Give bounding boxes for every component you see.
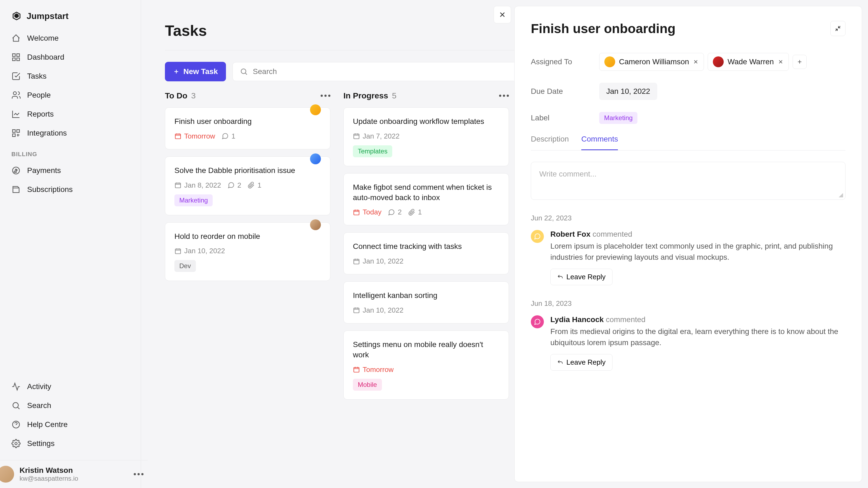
sidebar-item-search[interactable]: Search	[7, 396, 134, 415]
svg-rect-20	[354, 367, 359, 372]
task-tag: Templates	[353, 145, 392, 157]
assignee-avatar	[604, 56, 615, 67]
logo-icon	[11, 11, 22, 21]
task-card-title: Finish user onboarding	[175, 116, 321, 127]
brand: Jumpstart	[0, 0, 141, 29]
task-card-title: Solve the Dabble prioritisation issue	[175, 165, 321, 176]
svg-point-4	[13, 92, 16, 95]
assignee-chip[interactable]: Cameron Williamson	[599, 53, 704, 71]
task-tag: Mobile	[353, 379, 382, 391]
sidebar-item-welcome[interactable]: Welcome	[7, 29, 134, 48]
svg-rect-17	[354, 210, 359, 215]
svg-rect-19	[354, 308, 359, 313]
sidebar-item-label: People	[27, 91, 51, 99]
due-date-chip[interactable]: Jan 10, 2022	[599, 83, 657, 100]
nav-main: Welcome Dashboard Tasks People Reports I…	[0, 29, 141, 142]
svg-rect-14	[175, 183, 181, 188]
tab-description[interactable]: Description	[531, 135, 569, 150]
comment-author: Robert Fox commented	[550, 230, 845, 238]
brand-name: Jumpstart	[27, 11, 69, 21]
assigned-row: Assigned To Cameron Williamson Wade Warr…	[531, 47, 845, 77]
reports-icon	[11, 109, 21, 119]
sidebar-item-subscriptions[interactable]: Subscriptions	[7, 180, 134, 199]
task-comments: 2	[227, 181, 241, 190]
comment-message: From its medieval origins to the digital…	[550, 326, 845, 348]
sidebar-item-label: Subscriptions	[27, 185, 73, 194]
payments-icon	[11, 166, 21, 175]
svg-rect-3	[17, 58, 20, 61]
dashboard-icon	[11, 53, 21, 62]
sidebar-item-label: Integrations	[27, 129, 67, 137]
help-centre-icon	[11, 420, 21, 429]
sidebar-item-tasks[interactable]: Tasks	[7, 67, 134, 86]
label-chip[interactable]: Marketing	[599, 112, 638, 124]
task-tag: Dev	[175, 260, 196, 272]
column-title: In Progress	[343, 91, 388, 100]
user-name: Kristin Watson	[20, 466, 128, 475]
sidebar-item-help-centre[interactable]: Help Centre	[7, 415, 134, 434]
task-card[interactable]: Connect time tracking with tasks Jan 10,…	[343, 232, 509, 274]
svg-rect-0	[12, 54, 15, 56]
reply-icon	[557, 274, 563, 280]
sidebar-item-payments[interactable]: Payments	[7, 161, 134, 180]
comment-icon	[222, 133, 229, 140]
task-date: Today	[353, 208, 381, 216]
svg-rect-1	[17, 54, 20, 56]
sidebar-item-activity[interactable]: Activity	[7, 377, 134, 396]
sidebar-item-label: Dashboard	[27, 53, 64, 62]
task-card[interactable]: Solve the Dabble prioritisation issue Ja…	[165, 156, 330, 215]
comment-author: Lydia Hancock commented	[550, 315, 845, 324]
calendar-icon	[353, 306, 360, 314]
task-tag: Marketing	[175, 194, 213, 206]
sidebar-item-label: Settings	[27, 439, 55, 448]
comment-input[interactable]: Write comment...	[531, 162, 845, 200]
sidebar-item-people[interactable]: People	[7, 86, 134, 105]
task-card[interactable]: Intelligent kanban sorting Jan 10, 2022	[343, 282, 509, 323]
svg-rect-16	[354, 134, 359, 139]
task-card-title: Make figbot send comment when ticket is …	[353, 182, 499, 203]
task-date: Jan 10, 2022	[353, 306, 403, 315]
sidebar-item-reports[interactable]: Reports	[7, 105, 134, 124]
assignee-chip[interactable]: Wade Warren	[708, 53, 789, 71]
task-attachments: 1	[408, 208, 422, 216]
task-card[interactable]: Update onboarding workflow templates Jan…	[343, 107, 509, 166]
activity-icon	[11, 382, 21, 391]
remove-icon[interactable]	[778, 59, 784, 65]
calendar-icon	[175, 182, 182, 189]
task-card[interactable]: Settings menu on mobile really doesn't w…	[343, 330, 509, 400]
column-menu-icon[interactable]	[499, 95, 509, 97]
column-count: 3	[191, 91, 196, 100]
task-card[interactable]: Make figbot send comment when ticket is …	[343, 173, 509, 226]
remove-icon[interactable]	[693, 59, 699, 65]
sidebar-item-dashboard[interactable]: Dashboard	[7, 48, 134, 67]
due-row: Due Date Jan 10, 2022	[531, 77, 845, 106]
tab-comments[interactable]: Comments	[581, 135, 618, 150]
comments-list: Jun 22, 2023 Robert Fox commented Lorem …	[531, 214, 845, 385]
task-date: Tomorrow	[353, 365, 394, 374]
comment-icon	[388, 209, 395, 216]
sidebar-item-settings[interactable]: Settings	[7, 434, 134, 453]
plus-icon	[173, 68, 180, 75]
comment-message: Lorem ipsum is placeholder text commonly…	[550, 241, 845, 263]
leave-reply-button[interactable]: Leave Reply	[550, 354, 613, 370]
reply-icon	[557, 359, 563, 365]
add-assignee-button[interactable]	[793, 55, 807, 69]
calendar-icon	[175, 248, 182, 255]
task-card[interactable]: Finish user onboarding Tomorrow 1	[165, 107, 330, 150]
attachment-icon	[408, 209, 415, 216]
minimize-button[interactable]	[830, 21, 845, 36]
leave-reply-button[interactable]: Leave Reply	[550, 269, 613, 285]
assignee-name: Cameron Williamson	[619, 58, 689, 66]
task-attachments: 1	[248, 181, 261, 190]
user-row[interactable]: Kristin Watson kw@saaspatterns.io	[0, 460, 148, 488]
task-card[interactable]: Hold to reorder on mobile Jan 10, 2022 D…	[165, 222, 330, 281]
task-date: Tomorrow	[175, 132, 215, 140]
sidebar-item-integrations[interactable]: Integrations	[7, 124, 134, 142]
search-icon	[11, 401, 21, 410]
calendar-icon	[353, 258, 360, 265]
close-panel-button[interactable]	[494, 6, 511, 23]
comment-date: Jun 22, 2023	[531, 214, 845, 222]
new-task-button[interactable]: New Task	[165, 62, 226, 82]
billing-label: BILLING	[7, 142, 134, 161]
column-menu-icon[interactable]	[321, 95, 330, 97]
